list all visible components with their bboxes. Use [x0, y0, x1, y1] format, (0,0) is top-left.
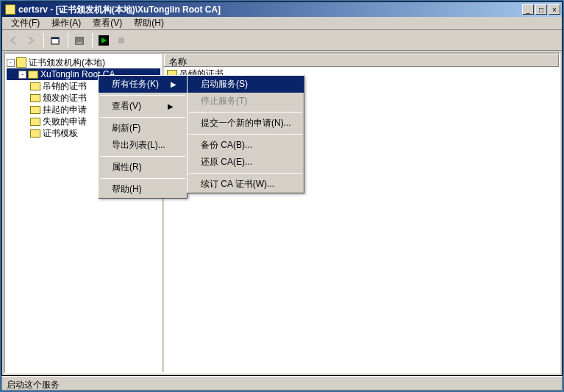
ctx-label: 备份 CA(B)... — [201, 139, 252, 152]
name-column[interactable]: 名称 — [164, 54, 559, 66]
collapse-icon[interactable]: - — [7, 59, 15, 67]
ctx-refresh[interactable]: 刷新(F) — [99, 120, 187, 137]
ctx-all-tasks[interactable]: 所有任务(K) ▶ — [99, 76, 187, 93]
menu-file[interactable]: 文件(F) — [5, 15, 46, 31]
ca-icon — [28, 71, 38, 79]
watermark: 51CTO.com 技术博客 Blog — [501, 333, 557, 370]
tree-item-label: 挂起的申请 — [43, 104, 87, 116]
ctx-properties[interactable]: 属性(R) — [99, 159, 187, 176]
watermark-main: 51CTO.com — [501, 343, 557, 354]
sub-backup-ca[interactable]: 备份 CA(B)... — [188, 137, 304, 154]
folder-icon — [30, 94, 40, 102]
submenu-all-tasks: 启动服务(S) 停止服务(T) 提交一个新的申请(N)... 备份 CA(B).… — [187, 75, 304, 193]
folder-icon — [30, 129, 40, 138]
ctx-label: 属性(R) — [112, 161, 142, 174]
status-text: 启动这个服务 — [7, 379, 60, 390]
tree-item-label: 颁发的证书 — [43, 92, 87, 104]
column-header: 名称 — [164, 54, 559, 67]
menu-help[interactable]: 帮助(H) — [128, 15, 170, 31]
menu-action[interactable]: 操作(A) — [46, 15, 87, 31]
forward-button — [23, 32, 39, 49]
submenu-arrow-icon: ▶ — [168, 102, 174, 110]
tree-root-node[interactable]: - 证书颁发机构(本地) — [7, 57, 160, 68]
ctx-export-list[interactable]: 导出列表(L)... — [99, 137, 187, 154]
sub-renew-cert[interactable]: 续订 CA 证书(W)... — [188, 176, 304, 193]
minimize-button[interactable]: _ — [522, 4, 534, 15]
sub-restore-ca[interactable]: 还原 CA(E)... — [188, 154, 304, 171]
tree-root-label: 证书颁发机构(本地) — [29, 57, 105, 69]
app-icon — [5, 4, 15, 15]
back-button — [5, 32, 21, 49]
maximize-button[interactable]: □ — [535, 4, 547, 15]
close-button[interactable]: × — [549, 4, 560, 15]
sub-submit-request[interactable]: 提交一个新的申请(N)... — [188, 115, 304, 132]
folder-icon — [30, 82, 40, 90]
ctx-help[interactable]: 帮助(H) — [99, 181, 187, 198]
context-menu: 所有任务(K) ▶ 查看(V) ▶ 刷新(F) 导出列表(L)... 属性(R)… — [98, 75, 188, 199]
submenu-arrow-icon: ▶ — [171, 80, 176, 88]
ctx-label: 停止服务(T) — [201, 95, 247, 107]
svg-rect-1 — [51, 38, 59, 39]
tree-item-label: 失败的申请 — [43, 115, 87, 128]
ctx-label: 所有任务(K) — [112, 78, 159, 90]
ctx-label: 续订 CA 证书(W)... — [201, 178, 274, 190]
collapse-icon[interactable]: - — [18, 71, 26, 79]
sub-start-service[interactable]: 启动服务(S) — [188, 76, 304, 93]
ctx-label: 启动服务(S) — [201, 78, 248, 90]
ctx-label: 帮助(H) — [112, 183, 142, 196]
watermark-tag: Blog — [542, 357, 557, 365]
ctx-view[interactable]: 查看(V) ▶ — [99, 98, 187, 115]
sub-stop-service: 停止服务(T) — [188, 93, 304, 110]
menubar: 文件(F) 操作(A) 查看(V) 帮助(H) — [2, 17, 562, 30]
toolbar — [2, 30, 562, 51]
stop-button — [113, 32, 129, 49]
ctx-label: 查看(V) — [112, 100, 141, 113]
status-bar: 启动这个服务 — [1, 376, 563, 391]
folder-icon — [30, 118, 40, 126]
ctx-label: 还原 CA(E)... — [201, 156, 252, 168]
ctx-label: 导出列表(L)... — [112, 139, 165, 152]
ctx-label: 提交一个新的申请(N)... — [201, 117, 291, 129]
refresh-button[interactable] — [71, 32, 88, 49]
svg-rect-4 — [118, 38, 124, 43]
tree-item-label: 证书模板 — [43, 127, 78, 140]
ctx-label: 刷新(F) — [112, 122, 140, 135]
menu-view[interactable]: 查看(V) — [87, 15, 128, 31]
folder-icon — [30, 106, 40, 114]
root-icon — [16, 57, 26, 68]
titlebar: certsrv - [证书颁发机构(本地)\XuTonglin Root CA]… — [2, 2, 562, 17]
play-button[interactable] — [96, 32, 112, 49]
watermark-sub: 技术博客 — [504, 358, 539, 368]
tree-item-label: 吊销的证书 — [43, 80, 87, 93]
window-title: certsrv - [证书颁发机构(本地)\XuTonglin Root CA] — [18, 4, 521, 16]
properties-button[interactable] — [47, 32, 63, 49]
